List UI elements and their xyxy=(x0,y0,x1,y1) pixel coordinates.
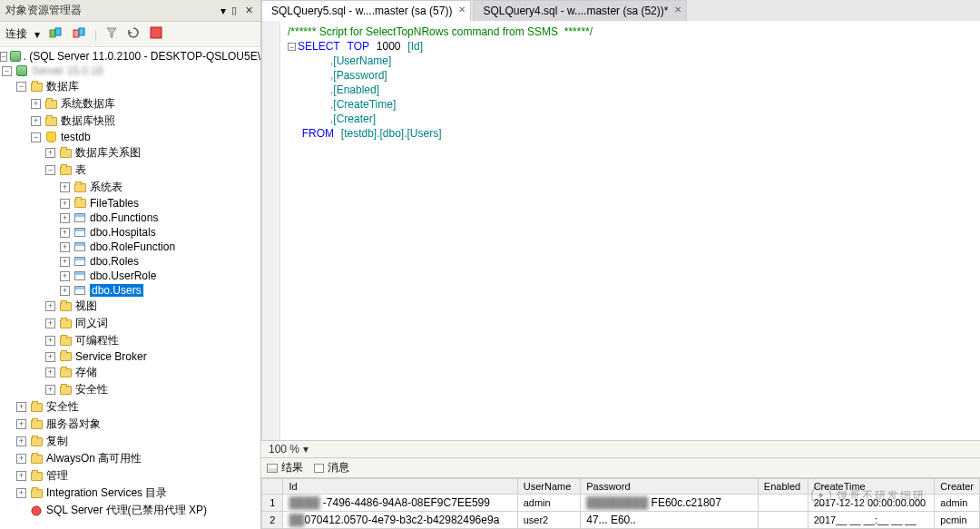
cell-enabled[interactable] xyxy=(758,495,808,512)
fold-icon[interactable]: − xyxy=(288,43,296,51)
messages-tab[interactable]: 消息 xyxy=(314,460,349,475)
tab-query4[interactable]: SQLQuery4.sql - w....master (sa (52))*✕ xyxy=(473,0,687,21)
connect-label[interactable]: 连接 xyxy=(5,26,27,42)
table-item[interactable]: +dbo.Hospitals xyxy=(0,225,260,240)
zoom-dropdown-icon[interactable]: ▾ xyxy=(303,443,309,456)
cell-enabled[interactable] xyxy=(758,512,808,529)
expander-icon[interactable]: − xyxy=(31,132,41,142)
expander-icon[interactable]: + xyxy=(60,182,70,192)
table-row[interactable]: 2 ██070412.0570-4e79-b3c2-b42982496e9a u… xyxy=(262,512,980,529)
expander-icon[interactable]: − xyxy=(2,66,12,76)
tab-close-icon[interactable]: ✕ xyxy=(458,5,466,15)
expander-icon[interactable]: + xyxy=(45,367,55,377)
cell-createtime[interactable]: 2017-12-12 00:00:00.000 xyxy=(808,495,935,512)
databases-folder[interactable]: −数据库 xyxy=(0,78,260,95)
expander-icon[interactable]: − xyxy=(0,52,6,62)
col-header[interactable]: Enabled xyxy=(758,479,808,495)
programmability-folder[interactable]: +可编程性 xyxy=(0,332,260,349)
col-header[interactable]: Id xyxy=(283,479,517,495)
dropdown-icon[interactable]: ▾ xyxy=(220,5,226,17)
expander-icon[interactable]: + xyxy=(60,271,70,281)
server-node[interactable]: − Server 15.0.18 xyxy=(0,64,260,78)
table-item[interactable]: +dbo.UserRole xyxy=(0,269,260,283)
col-header[interactable] xyxy=(262,479,283,495)
expander-icon[interactable]: + xyxy=(16,402,26,412)
cell-username[interactable]: user2 xyxy=(517,512,580,529)
disconnect-icon[interactable] xyxy=(71,24,87,44)
col-header[interactable]: CreateTime xyxy=(808,479,935,495)
expander-icon[interactable]: + xyxy=(60,199,70,209)
col-header[interactable]: UserName xyxy=(517,479,580,495)
expander-icon[interactable]: + xyxy=(16,436,26,446)
table-item[interactable]: +dbo.RoleFunction xyxy=(0,240,260,254)
results-grid[interactable]: Id UserName Password Enabled CreateTime … xyxy=(261,478,980,529)
testdb-node[interactable]: −testdb xyxy=(0,130,260,144)
alwayson[interactable]: +AlwaysOn 高可用性 xyxy=(0,450,260,467)
expander-icon[interactable]: + xyxy=(31,116,41,126)
sysdb-folder[interactable]: +系统数据库 xyxy=(0,95,260,113)
server-security[interactable]: +安全性 xyxy=(0,398,260,416)
expander-icon[interactable]: + xyxy=(31,99,41,109)
cell-password[interactable]: 47... E60.. xyxy=(581,512,759,529)
views-folder[interactable]: +视图 xyxy=(0,298,260,315)
col-header[interactable]: Creater xyxy=(935,479,980,495)
sql-agent[interactable]: SQL Server 代理(已禁用代理 XP) xyxy=(0,502,260,519)
refresh-icon[interactable] xyxy=(126,25,141,43)
expander-icon[interactable]: + xyxy=(16,454,26,464)
table-row[interactable]: 1 ████ -7496-4486-94A8-08EF9C7EE599 admi… xyxy=(262,495,980,512)
expander-icon[interactable]: + xyxy=(45,148,55,158)
cell-id[interactable]: ████ -7496-4486-94A8-08EF9C7EE599 xyxy=(283,495,517,512)
security-folder[interactable]: +安全性 xyxy=(0,381,260,398)
connect-icon[interactable] xyxy=(47,24,64,44)
cell-id[interactable]: ██070412.0570-4e79-b3c2-b42982496e9a xyxy=(283,512,517,529)
table-item[interactable]: +系统表 xyxy=(0,179,260,196)
expander-icon[interactable]: + xyxy=(60,257,70,267)
pin-icon[interactable]: ▯ xyxy=(228,5,240,17)
close-icon[interactable]: ✕ xyxy=(242,5,255,17)
table-item[interactable]: +FileTables xyxy=(0,196,260,211)
expander-icon[interactable]: + xyxy=(45,385,55,395)
expander-icon[interactable]: + xyxy=(45,352,55,362)
code-area[interactable]: /****** Script for SelectTopNRows comman… xyxy=(280,21,980,440)
servicebroker-folder[interactable]: +Service Broker xyxy=(0,349,260,364)
results-tab[interactable]: 结果 xyxy=(267,460,303,475)
zoom-level[interactable]: 100 % xyxy=(269,443,299,456)
cell-username[interactable]: admin xyxy=(517,495,580,512)
table-item[interactable]: +dbo.Roles xyxy=(0,254,260,269)
expander-icon[interactable]: + xyxy=(45,301,55,311)
expander-icon[interactable]: + xyxy=(60,286,70,296)
storage-folder[interactable]: +存储 xyxy=(0,364,260,381)
expander-icon[interactable]: + xyxy=(60,213,70,223)
explorer-tree[interactable]: −. (SQL Server 11.0.2100 - DESKTOP-QSLOU… xyxy=(0,47,260,529)
expander-icon[interactable]: + xyxy=(16,471,26,481)
expander-icon[interactable]: − xyxy=(45,165,55,175)
tables-folder[interactable]: −表 xyxy=(0,162,260,179)
cell-creater[interactable]: admin xyxy=(935,495,980,512)
server-node[interactable]: −. (SQL Server 11.0.2100 - DESKTOP-QSLOU… xyxy=(0,49,260,64)
diagrams-folder[interactable]: +数据库关系图 xyxy=(0,144,260,162)
tab-query5[interactable]: SQLQuery5.sql - w....master (sa (57))✕ xyxy=(261,0,471,21)
integration-services[interactable]: +Integration Services 目录 xyxy=(0,485,260,502)
expander-icon[interactable]: + xyxy=(60,228,70,238)
synonyms-folder[interactable]: +同义词 xyxy=(0,315,260,332)
sql-editor[interactable]: /****** Script for SelectTopNRows comman… xyxy=(261,21,980,440)
server-objects[interactable]: +服务器对象 xyxy=(0,416,260,433)
management[interactable]: +管理 xyxy=(0,467,260,485)
table-item[interactable]: +dbo.Functions xyxy=(0,211,260,225)
expander-icon[interactable]: + xyxy=(16,419,26,429)
filter-icon[interactable] xyxy=(104,25,119,43)
expander-icon[interactable]: + xyxy=(60,242,70,252)
replication[interactable]: +复制 xyxy=(0,433,260,450)
tab-close-icon[interactable]: ✕ xyxy=(674,5,681,15)
cell-creater[interactable]: pcmin xyxy=(935,512,980,529)
expander-icon[interactable]: + xyxy=(45,336,55,346)
stop-icon[interactable] xyxy=(148,24,164,44)
col-header[interactable]: Password xyxy=(581,479,759,495)
cell-createtime[interactable]: 2017__ __ __:__ __ __ xyxy=(808,512,935,529)
expander-icon[interactable]: + xyxy=(16,488,26,498)
expander-icon[interactable]: − xyxy=(16,82,26,92)
snapshots-folder[interactable]: +数据库快照 xyxy=(0,113,260,130)
table-item-selected[interactable]: +dbo.Users xyxy=(0,283,260,298)
expander-icon[interactable]: + xyxy=(45,318,55,328)
cell-password[interactable]: ████████ FE60c.c21807 xyxy=(581,495,759,512)
